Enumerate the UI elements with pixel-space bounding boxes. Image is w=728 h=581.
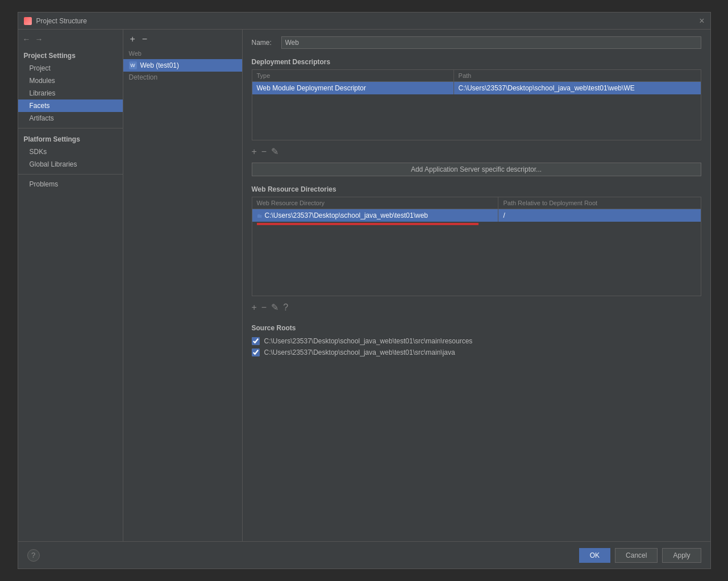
deployment-remove-btn[interactable]: − xyxy=(261,147,267,157)
deployment-small-toolbar: + − ✎ xyxy=(252,144,701,159)
sidebar-item-artifacts[interactable]: Artifacts xyxy=(18,112,123,125)
dialog-footer: ? OK Cancel Apply xyxy=(18,541,710,568)
wrd-icon: 🖿 xyxy=(257,213,263,219)
center-toolbar: + − xyxy=(123,30,242,49)
wrd-small-toolbar: + − ✎ ? xyxy=(252,300,701,315)
table-row[interactable]: Web Module Deployment Descriptor C:\User… xyxy=(252,82,701,94)
ok-button[interactable]: OK xyxy=(579,548,610,563)
source-root-text-0: C:\Users\23537\Desktop\school_java_web\t… xyxy=(264,337,473,345)
deployment-table-empty xyxy=(252,94,701,140)
wrd-remove-btn[interactable]: − xyxy=(261,302,267,313)
wrd-table-empty xyxy=(252,227,701,296)
deployment-edit-btn[interactable]: ✎ xyxy=(271,146,278,157)
title-bar: Project Structure × xyxy=(18,13,710,30)
wrd-add-btn[interactable]: + xyxy=(252,302,257,313)
source-root-text-1: C:\Users\23537\Desktop\school_java_web\t… xyxy=(264,348,455,356)
wrd-edit-btn[interactable]: ✎ xyxy=(271,302,278,313)
web-test01-item[interactable]: W Web (test01) xyxy=(123,59,242,72)
detection-item[interactable]: Detection xyxy=(123,72,242,83)
project-structure-dialog: Project Structure × ← → Project Settings… xyxy=(18,12,711,569)
validation-error-bar xyxy=(257,223,479,225)
platform-settings-label: Platform Settings xyxy=(18,132,123,146)
name-input[interactable] xyxy=(281,36,701,49)
wrd-path-column-header: Path Relative to Deployment Root xyxy=(498,197,700,209)
wrd-table-row[interactable]: 🖿 C:\Users\23537\Desktop\school_java_web… xyxy=(252,209,701,222)
help-button[interactable]: ? xyxy=(27,549,40,562)
path-cell: C:\Users\23537\Desktop\school_java_web\t… xyxy=(454,82,701,94)
web-section-label: Web xyxy=(123,49,242,59)
source-root-cb-1[interactable] xyxy=(252,348,260,356)
red-bar-container xyxy=(252,222,701,227)
sidebar-item-libraries[interactable]: Libraries xyxy=(18,87,123,99)
center-add-button[interactable]: + xyxy=(129,34,136,44)
source-roots-section: Source Roots C:\Users\23537\Desktop\scho… xyxy=(252,324,701,358)
deployment-descriptors-title: Deployment Descriptors xyxy=(252,58,701,66)
wrd-table: Web Resource Directory Path Relative to … xyxy=(252,197,701,296)
sidebar-item-modules[interactable]: Modules xyxy=(18,74,123,87)
wrd-path-cell: / xyxy=(498,209,700,222)
wrd-dir-cell: 🖿 C:\Users\23537\Desktop\school_java_web… xyxy=(252,209,499,222)
center-panel: + − Web W Web (test01) Detection xyxy=(123,30,243,541)
type-column-header: Type xyxy=(252,70,454,81)
center-remove-button[interactable]: − xyxy=(141,34,148,44)
main-content: ← → Project Settings Project Modules Lib… xyxy=(18,30,710,541)
forward-button[interactable]: → xyxy=(35,35,43,44)
web-icon: W xyxy=(129,61,137,69)
source-root-item-1: C:\Users\23537\Desktop\school_java_web\t… xyxy=(252,347,701,358)
deployment-add-btn[interactable]: + xyxy=(252,147,257,157)
right-panel: Name: Deployment Descriptors Type Path W… xyxy=(243,30,710,541)
project-settings-label: Project Settings xyxy=(18,48,123,62)
back-button[interactable]: ← xyxy=(23,35,31,44)
source-root-item-0: C:\Users\23537\Desktop\school_java_web\t… xyxy=(252,335,701,347)
sidebar-item-problems[interactable]: Problems xyxy=(18,178,123,190)
source-root-cb-0[interactable] xyxy=(252,337,260,345)
sidebar-nav: ← → xyxy=(18,32,123,48)
deployment-table: Type Path Web Module Deployment Descript… xyxy=(252,69,701,140)
path-column-header: Path xyxy=(454,70,701,81)
sidebar-item-facets[interactable]: Facets xyxy=(18,99,123,112)
app-logo xyxy=(24,17,32,25)
close-button[interactable]: × xyxy=(699,16,704,26)
deployment-table-header: Type Path xyxy=(252,70,701,82)
wrd-table-header: Web Resource Directory Path Relative to … xyxy=(252,197,701,209)
cancel-button[interactable]: Cancel xyxy=(615,548,658,563)
footer-left: ? xyxy=(27,549,575,562)
source-roots-title: Source Roots xyxy=(252,324,701,332)
wrd-dir-column-header: Web Resource Directory xyxy=(252,197,499,209)
sidebar-item-project[interactable]: Project xyxy=(18,62,123,74)
sidebar-item-sdks[interactable]: SDKs xyxy=(18,146,123,158)
sidebar-divider-2 xyxy=(18,174,123,175)
name-label: Name: xyxy=(252,39,274,47)
wrd-help-btn[interactable]: ? xyxy=(283,302,288,313)
sidebar-item-global-libraries[interactable]: Global Libraries xyxy=(18,158,123,171)
sidebar: ← → Project Settings Project Modules Lib… xyxy=(18,30,123,541)
type-cell: Web Module Deployment Descriptor xyxy=(252,82,454,94)
add-descriptor-button[interactable]: Add Application Server specific descript… xyxy=(252,163,701,176)
sidebar-divider xyxy=(18,128,123,128)
web-resource-dirs-title: Web Resource Directories xyxy=(252,185,701,193)
apply-button[interactable]: Apply xyxy=(662,548,701,563)
name-row: Name: xyxy=(252,36,701,49)
dialog-title: Project Structure xyxy=(36,17,87,25)
